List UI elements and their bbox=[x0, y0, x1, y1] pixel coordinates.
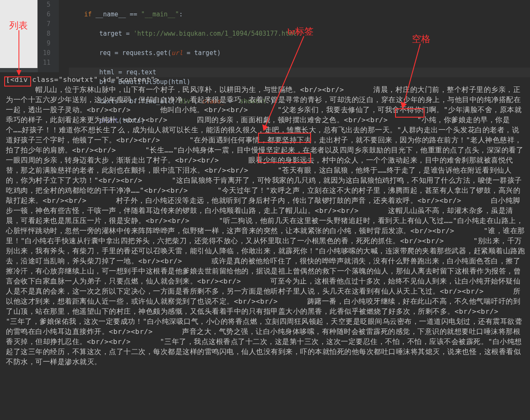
annotation-box-list bbox=[4, 76, 31, 87]
code-line[interactable]: if __name__ == "__main__": bbox=[69, 10, 530, 19]
side-scrollbar[interactable] bbox=[0, 68, 38, 72]
annotation-box-space bbox=[395, 108, 425, 118]
console-output[interactable]: [<div class="showtxt" id="content"> 帽儿山，… bbox=[0, 72, 530, 417]
code-editor[interactable]: 5 6 7 8 9 10 11 if __name__ == "__main__… bbox=[0, 0, 530, 72]
annotation-br-label: br标签 bbox=[287, 25, 314, 38]
code-line[interactable]: req = requests.get(url = target) bbox=[69, 48, 530, 58]
editor-side-panel bbox=[0, 0, 38, 72]
output-body: 帽儿山，位于东林山脉中，山下有一个村子，民风淳朴，以耕田为生，与世隔绝。<br/… bbox=[6, 86, 528, 366]
annotation-space-label: 空格 bbox=[412, 33, 430, 45]
annotation-box-br2 bbox=[258, 153, 311, 163]
annotation-box-br1 bbox=[258, 133, 311, 143]
annotation-list-label: 列表 bbox=[9, 19, 28, 32]
